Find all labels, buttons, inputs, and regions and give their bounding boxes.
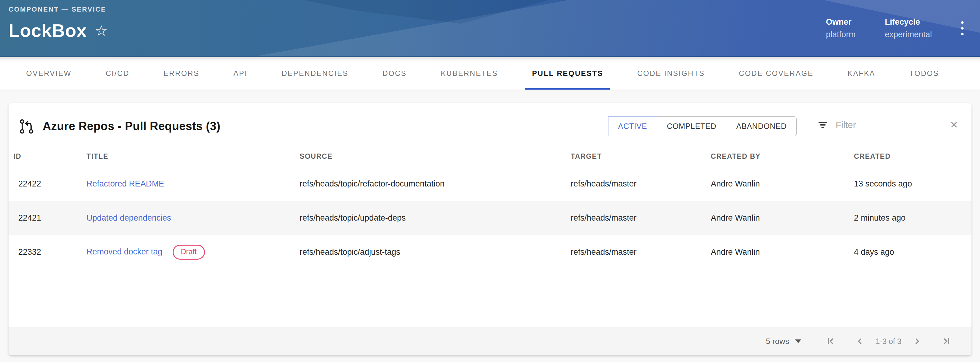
meta-value: experimental <box>885 30 932 39</box>
last-page-icon[interactable] <box>939 333 955 349</box>
cell-title: Removed docker tag Draft <box>82 235 295 270</box>
meta-label: Owner <box>826 18 856 27</box>
cell-created: 13 seconds ago <box>849 167 972 201</box>
tab-item[interactable]: OVERVIEW <box>9 57 89 89</box>
table-body: 22422 Refactored README refs/heads/topic… <box>8 167 972 270</box>
cell-source: refs/heads/topic/update-deps <box>295 201 566 235</box>
filter-field: ✕ <box>816 118 959 135</box>
page-title: LockBox <box>8 20 87 41</box>
dropdown-caret-icon <box>795 340 801 343</box>
cell-title: Refactored README <box>82 167 295 201</box>
pull-request-link[interactable]: Refactored README <box>86 179 164 188</box>
column-header: TARGET <box>566 146 706 167</box>
first-page-icon[interactable] <box>822 333 838 349</box>
tab-item[interactable]: PULL REQUESTS <box>515 57 620 89</box>
pull-request-link[interactable]: Removed docker tag <box>86 247 162 256</box>
cell-target: refs/heads/master <box>566 201 706 235</box>
tab-item[interactable]: DOCS <box>366 57 423 89</box>
cell-created-by: Andre Wanlin <box>706 201 849 235</box>
filter-list-icon <box>818 120 828 131</box>
tab-item[interactable]: API <box>216 57 264 89</box>
column-header: CREATED <box>849 146 972 167</box>
cell-created: 2 minutes ago <box>849 201 972 235</box>
column-header: SOURCE <box>295 146 566 167</box>
tab-item[interactable]: ERRORS <box>146 57 216 89</box>
rows-per-page-select[interactable]: 5 rows <box>766 337 802 346</box>
column-header: TITLE <box>82 146 295 167</box>
pagination-bar: 5 rows 1-3 of 3 <box>8 327 972 355</box>
cell-created: 4 days ago <box>849 235 972 270</box>
table-row: 22421 Updated dependencies refs/heads/to… <box>8 201 972 235</box>
table-row: 22332 Removed docker tag Draft refs/head… <box>8 235 972 270</box>
cell-id: 22422 <box>8 167 82 201</box>
cell-created-by: Andre Wanlin <box>706 167 849 201</box>
column-header: CREATED BY <box>706 146 849 167</box>
card-title: Azure Repos - Pull Requests (3) <box>43 120 221 133</box>
cell-created-by: Andre Wanlin <box>706 235 849 270</box>
tab-item[interactable]: CI/CD <box>89 57 146 89</box>
tabs-list: OVERVIEW CI/CD ERRORS API DEPENDENCIES D… <box>0 57 980 89</box>
cell-title: Updated dependencies <box>82 201 295 235</box>
cell-source: refs/heads/topic/adjust-tags <box>295 235 566 270</box>
clear-filter-icon[interactable]: ✕ <box>950 120 958 130</box>
breadcrumb: COMPONENT — SERVICE <box>8 5 108 13</box>
pull-requests-card: Azure Repos - Pull Requests (3) ACTIVE C… <box>8 103 972 355</box>
favorite-star-icon[interactable]: ☆ <box>95 24 108 38</box>
git-pull-request-icon <box>19 118 35 134</box>
column-header: ID <box>8 146 82 167</box>
tab-item[interactable]: DEPENDENCIES <box>265 57 366 89</box>
header-meta-item: Lifecycle experimental <box>885 18 932 39</box>
status-filter-button[interactable]: ACTIVE <box>608 116 657 136</box>
cell-id: 22332 <box>8 235 82 270</box>
table-row: 22422 Refactored README refs/heads/topic… <box>8 167 972 201</box>
filter-input[interactable] <box>836 120 943 130</box>
tab-item[interactable]: KUBERNETES <box>423 57 515 89</box>
table-header-row: ID TITLE SOURCE TARGET CREATED BY CREATE… <box>8 146 972 167</box>
rows-per-page-label: 5 rows <box>766 337 789 346</box>
page-range-label: 1-3 of 3 <box>875 337 901 346</box>
status-filter-button[interactable]: COMPLETED <box>657 116 727 136</box>
tab-item[interactable]: KAFKA <box>830 57 892 89</box>
cell-id: 22421 <box>8 201 82 235</box>
previous-page-icon[interactable] <box>852 333 868 349</box>
header-meta-item: Owner platform <box>826 18 856 39</box>
kebab-menu-icon[interactable] <box>958 18 967 38</box>
tab-item[interactable]: CODE COVERAGE <box>722 57 830 89</box>
pull-request-link[interactable]: Updated dependencies <box>86 213 171 222</box>
status-filter-button[interactable]: ABANDONED <box>726 116 797 136</box>
cell-target: refs/heads/master <box>566 235 706 270</box>
pull-requests-table: ID TITLE SOURCE TARGET CREATED BY CREATE… <box>8 146 972 270</box>
entity-tab-bar: OVERVIEW CI/CD ERRORS API DEPENDENCIES D… <box>0 57 980 89</box>
cell-target: refs/heads/master <box>566 167 706 201</box>
meta-label: Lifecycle <box>885 18 932 27</box>
cell-source: refs/heads/topic/refactor-documentation <box>295 167 566 201</box>
draft-badge: Draft <box>173 245 205 260</box>
tab-item[interactable]: CODE INSIGHTS <box>620 57 722 89</box>
status-filter-group: ACTIVE COMPLETED ABANDONED <box>608 116 797 136</box>
next-page-icon[interactable] <box>909 333 925 349</box>
header-meta-list: Owner platform Lifecycle experimental <box>826 18 932 39</box>
tab-item[interactable]: TODOS <box>892 57 956 89</box>
entity-header: COMPONENT — SERVICE LockBox ☆ Owner plat… <box>0 0 980 57</box>
meta-value: platform <box>826 30 856 39</box>
